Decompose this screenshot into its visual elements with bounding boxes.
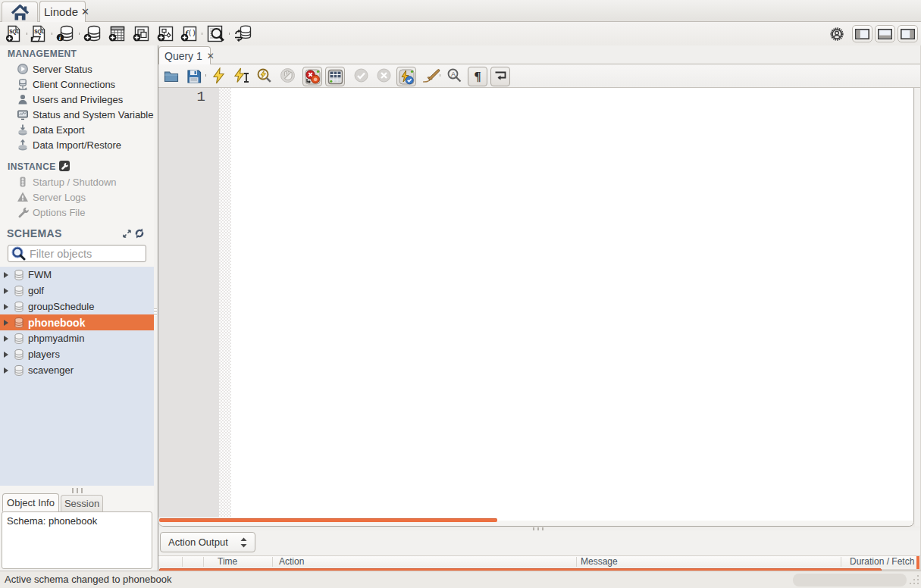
svg-text:A: A: [451, 70, 456, 78]
svg-text:SQL: SQL: [34, 29, 44, 35]
svg-text:SQL: SQL: [9, 29, 19, 35]
svg-text:( ): ( ): [189, 29, 196, 36]
